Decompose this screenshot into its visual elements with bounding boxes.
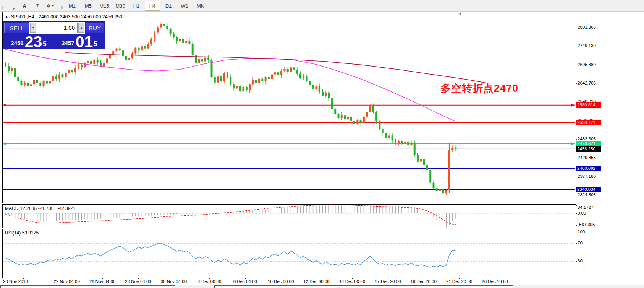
time-axis-tick [388,278,388,279]
toolbar-grip[interactable] [2,2,3,10]
time-axis-label: 4 Dec 00:00 [197,279,221,284]
candle [220,76,222,81]
candle [55,76,57,79]
candle [230,77,231,84]
timeframe-button-W1[interactable]: W1 [177,1,192,11]
ohlc-marker-icon: ▲ [5,15,8,18]
candle [369,106,371,112]
shapes-icon: ❖ [46,3,51,9]
scrollbar-thumb[interactable] [214,285,513,288]
candle [71,70,73,73]
candle [112,51,114,55]
crosshair-grid-button[interactable] [6,1,17,11]
time-axis-label: 26 Dec 16:00 [482,279,508,284]
price-axis-label: 2642.705 [578,81,604,85]
sell-price[interactable]: 2456 23 5 [3,34,54,50]
candle [49,81,51,83]
candle [119,49,121,51]
timeframe-button-H1[interactable]: H1 [129,1,144,11]
rsi-100-tick [576,230,577,230]
candle [160,24,162,27]
toolbar-grip[interactable] [61,2,63,10]
candle [338,114,340,118]
candle [322,92,324,96]
time-axis-tick [459,278,460,279]
candle [90,61,92,64]
price-axis-label: 2324.505 [578,192,604,197]
timeframe-button-M5[interactable]: M5 [81,1,96,11]
candle [398,141,400,143]
candle [410,143,412,145]
volume-increase-button[interactable]: ▲ [78,23,84,33]
candle [24,83,26,85]
candle [138,48,140,50]
candle [173,34,175,37]
candle [283,69,285,71]
candle [144,46,146,49]
candle [252,80,254,84]
label-tool-button[interactable]: A [19,1,30,11]
time-axis-label: 30 Nov 04:00 [161,279,187,284]
one-click-trading-panel: SELL ▼ ▲ BUY 2456 23 5 2457 01 5 [3,21,105,49]
timeframe-button-M15[interactable]: M15 [97,1,112,11]
candle [36,80,38,83]
candle [125,56,127,60]
time-axis[interactable]: 20 Nov 201822 Nov 04:0026 Nov 04:0028 No… [2,279,576,285]
chart-annotation-text[interactable]: 多空转折点2470 [440,81,518,95]
candle [27,83,29,86]
candle [423,159,425,165]
price-axis-label: 2429.855 [578,155,604,160]
candle [43,81,45,86]
candle [268,77,270,79]
timeframe-button-M1[interactable]: M1 [65,1,80,11]
sell-button[interactable]: SELL [4,23,29,33]
candle [52,76,54,81]
candle [426,165,428,170]
rsi-30-tick [576,261,577,262]
candle [385,133,387,138]
time-axis-label: 20 Nov 2018 [3,279,28,284]
candle [134,48,136,54]
candle [204,58,206,62]
time-axis-tick [317,278,317,279]
timeframe-button-M30[interactable]: M30 [113,1,128,11]
shapes-tool-button[interactable]: ❖ ▼ [45,1,56,11]
price-axis-label: 2801.805 [578,25,604,29]
symbol-label: SP500-,H4 [11,14,34,20]
time-axis-label: 10 Dec 00:00 [268,279,294,284]
timeframe-button-MN[interactable]: MN [193,1,208,11]
grid-f-icon [8,3,15,9]
volume-decrease-button[interactable]: ▼ [30,23,36,33]
candle [319,86,320,92]
time-axis-tick [424,278,424,279]
candle [163,24,165,26]
candle [280,71,282,75]
candle [14,68,16,77]
scrollbar-left-segment[interactable] [0,285,175,288]
candle [131,54,133,58]
macd-scale-min: -56.0395 [578,222,595,227]
letter-a-icon: A [23,3,26,9]
text-tool-button[interactable]: T [32,1,43,11]
timeframe-button-D1[interactable]: D1 [161,1,176,11]
buy-price[interactable]: 2457 01 5 [54,34,105,50]
volume-input[interactable] [37,23,78,33]
candle [451,148,453,150]
candle [312,85,314,89]
candle [274,72,276,75]
candle [309,81,311,85]
candle [33,80,35,84]
candle [353,121,355,124]
time-axis-tick [67,278,67,279]
ma-crimson-line [65,53,488,83]
buy-button[interactable]: BUY [86,23,104,33]
trade-panel-top-row: SELL ▼ ▲ BUY [3,22,105,34]
macd-scale-max: 34.1727 [578,205,594,210]
timeframe-button-H4[interactable]: H4 [145,1,160,11]
chart-shift-marker-icon[interactable] [458,13,462,15]
candle [150,39,152,44]
horizontal-scrollbar[interactable] [0,285,644,288]
candle [217,76,219,83]
price-axis-tick [576,139,577,140]
ma-magenta-line [3,49,455,121]
